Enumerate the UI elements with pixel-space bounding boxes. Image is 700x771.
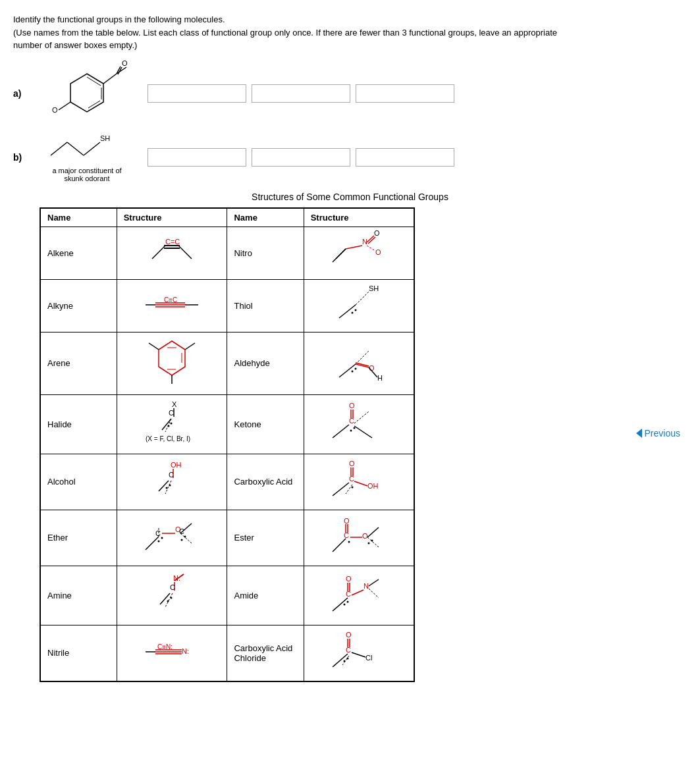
nitrile-name: Nitrile — [40, 625, 117, 681]
ketone-name: Ketone — [227, 394, 304, 454]
question-a-answer-1[interactable] — [148, 84, 246, 103]
question-a-answers — [148, 84, 454, 103]
question-a-answer-2[interactable] — [252, 84, 350, 103]
question-b-answers — [148, 148, 454, 167]
svg-line-117 — [165, 593, 173, 607]
molecule-b-structure: SH — [44, 132, 130, 165]
svg-text:C≡C: C≡C — [164, 296, 177, 304]
question-a: a) O O — [13, 64, 687, 123]
table-row: Ether C O C — [40, 510, 414, 566]
svg-line-101 — [333, 539, 346, 552]
question-b-answer-1[interactable] — [148, 148, 246, 167]
col-name1: Name — [40, 208, 117, 227]
svg-point-78 — [169, 484, 171, 486]
halide-name: Halide — [40, 394, 117, 454]
question-a-answer-3[interactable] — [356, 84, 454, 103]
svg-text:C=C: C=C — [165, 238, 180, 246]
svg-text:OH: OH — [171, 461, 182, 469]
svg-point-38 — [354, 309, 356, 311]
svg-point-39 — [351, 311, 353, 313]
alkene-structure: C=C — [117, 226, 227, 279]
svg-text:(X = F, Cl, Br, I): (X = F, Cl, Br, I) — [146, 435, 190, 442]
svg-line-18 — [178, 246, 192, 259]
svg-line-89 — [146, 537, 159, 550]
ester-structure: C O O — [304, 510, 414, 566]
svg-point-97 — [161, 537, 163, 539]
svg-point-61 — [171, 422, 173, 424]
svg-line-108 — [367, 527, 379, 537]
col-structure1: Structure — [117, 208, 227, 227]
functional-groups-table: Name Structure Name Structure Alkene C=C… — [40, 207, 415, 682]
svg-point-88 — [351, 486, 353, 488]
arene-name: Arene — [40, 332, 117, 394]
amine-structure: N: C — [117, 566, 227, 625]
svg-text:C≡N:: C≡N: — [157, 643, 173, 651]
svg-text:N:: N: — [182, 647, 189, 655]
svg-text:O: O — [349, 460, 355, 467]
amine-name: Amine — [40, 566, 117, 625]
previous-button[interactable]: Previous — [636, 428, 680, 439]
svg-line-116 — [160, 593, 170, 604]
svg-line-70 — [354, 426, 372, 438]
svg-text:O: O — [362, 532, 368, 540]
svg-text:O: O — [52, 106, 58, 114]
question-b: b) SH a major constituent ofskunk odoran… — [13, 132, 687, 182]
nitro-structure: N O O — [304, 226, 414, 279]
amide-name: Amide — [227, 566, 304, 625]
svg-line-3 — [88, 101, 100, 108]
svg-line-48 — [356, 351, 369, 364]
svg-line-128 — [369, 579, 379, 586]
svg-text:N:: N: — [173, 574, 180, 582]
svg-point-100 — [181, 539, 183, 541]
svg-text:C: C — [349, 417, 354, 425]
ketone-structure: C O — [304, 394, 414, 454]
svg-point-99 — [184, 536, 186, 538]
svg-text:C: C — [170, 583, 175, 591]
svg-point-55 — [351, 370, 353, 372]
molecule-a-structure: O O — [44, 64, 130, 123]
svg-line-15 — [152, 246, 165, 259]
svg-text:C: C — [169, 471, 174, 479]
svg-line-76 — [159, 481, 169, 491]
molecule-a: O O — [34, 64, 140, 123]
table-row: Amine N: C Amide C — [40, 566, 414, 625]
svg-text:C: C — [344, 531, 349, 539]
svg-line-138 — [333, 654, 348, 667]
svg-line-13 — [84, 142, 100, 155]
svg-text:N: N — [362, 238, 367, 246]
svg-line-35 — [339, 305, 356, 318]
carboxylic-acid-chloride-structure: C O Cl — [304, 625, 414, 681]
svg-text:O: O — [344, 517, 350, 525]
thiol-name: Thiol — [227, 279, 304, 332]
question-b-label: b) — [13, 152, 26, 163]
svg-text:H: H — [377, 374, 383, 382]
svg-line-9 — [59, 102, 70, 110]
svg-line-143 — [352, 652, 365, 657]
svg-line-21 — [346, 246, 362, 249]
svg-point-147 — [343, 660, 345, 662]
svg-point-79 — [166, 487, 168, 489]
alcohol-name: Alcohol — [40, 454, 117, 510]
amide-structure: C O N — [304, 566, 414, 625]
svg-point-131 — [343, 603, 345, 605]
svg-point-146 — [346, 657, 348, 659]
question-b-answer-3[interactable] — [356, 148, 454, 167]
svg-point-62 — [168, 425, 170, 427]
question-b-answer-2[interactable] — [252, 148, 350, 167]
ether-structure: C O C — [117, 510, 227, 566]
svg-line-26 — [367, 246, 375, 251]
svg-line-126 — [352, 590, 363, 595]
col-name2: Name — [227, 208, 304, 227]
carboxylic-acid-structure: C O OH — [304, 454, 414, 510]
svg-point-111 — [371, 539, 373, 541]
svg-text:C: C — [169, 409, 174, 417]
table-title: Structures of Some Common Functional Gro… — [13, 192, 687, 202]
svg-text:OH: OH — [367, 482, 379, 490]
svg-text:X: X — [172, 400, 177, 408]
svg-point-54 — [354, 367, 356, 369]
svg-line-85 — [354, 481, 367, 486]
svg-text:C: C — [346, 590, 351, 598]
svg-line-87 — [346, 485, 352, 494]
nitrile-structure: N: C≡N: — [117, 625, 227, 681]
svg-point-112 — [367, 542, 369, 544]
